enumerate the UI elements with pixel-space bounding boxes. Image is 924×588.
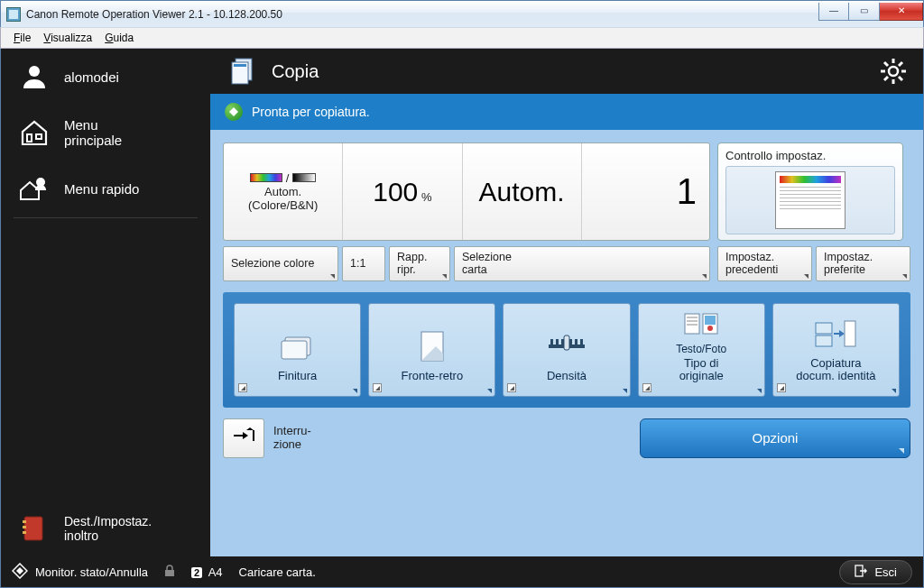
- user-icon: [19, 61, 50, 92]
- interrupt-button[interactable]: [223, 418, 264, 458]
- svg-rect-31: [580, 339, 583, 345]
- svg-line-20: [884, 77, 888, 80]
- density-icon: [545, 328, 588, 364]
- maximize-button[interactable]: ▭: [849, 3, 880, 21]
- lock-icon: [164, 565, 175, 580]
- panel-title: Copia: [272, 61, 319, 82]
- summary-paper: Autom.: [463, 143, 582, 240]
- minimize-button[interactable]: —: [818, 3, 849, 21]
- one-to-one-button[interactable]: 1:1: [342, 246, 385, 281]
- copy-ratio-button[interactable]: Rapp.ripr.: [389, 246, 450, 281]
- svg-rect-6: [23, 520, 26, 523]
- sidebar-home-label: Menuprincipale: [64, 117, 122, 149]
- svg-marker-47: [16, 567, 23, 574]
- status-ok-icon: [225, 103, 243, 121]
- svg-line-17: [884, 62, 888, 66]
- svg-rect-11: [234, 64, 246, 67]
- settings-gear-icon[interactable]: [880, 58, 907, 85]
- settings-buttons-row: Selezione colore 1:1 Rapp.ripr. Selezion…: [223, 246, 710, 281]
- svg-marker-44: [243, 432, 248, 439]
- status-strip: Pronta per copiatura.: [210, 94, 923, 130]
- status-text: Pronta per copiatura.: [252, 105, 370, 119]
- window-title: Canon Remote Operation Viewer 2.1 - 10.1…: [26, 8, 282, 21]
- svg-rect-8: [23, 531, 26, 534]
- sidebar-user-label: alomodei: [64, 69, 119, 85]
- grayscale-icon: [292, 173, 316, 182]
- svg-rect-40: [816, 323, 832, 334]
- svg-rect-32: [564, 335, 569, 350]
- svg-rect-38: [705, 316, 716, 325]
- summary-ratio: 100 %: [343, 143, 462, 240]
- sidebar-forward-settings[interactable]: Dest./Impostaz.inoltro: [1, 501, 210, 556]
- sidebar-home[interactable]: Menuprincipale: [1, 105, 210, 161]
- svg-marker-42: [839, 330, 845, 337]
- sidebar: alomodei Menuprincipale Menu rapido Dest…: [1, 49, 210, 556]
- svg-point-39: [707, 326, 713, 331]
- summary-color: / Autom. (Colore/B&N): [224, 143, 343, 240]
- window-buttons: — ▭ ✕: [818, 7, 923, 21]
- tile-duplex[interactable]: Fronte-retro: [368, 303, 495, 397]
- tile-density[interactable]: Densità: [503, 303, 630, 397]
- favorite-settings-button[interactable]: Impostaz.preferite: [816, 246, 910, 281]
- svg-rect-7: [23, 526, 26, 528]
- svg-point-0: [29, 66, 40, 77]
- menu-help[interactable]: GuidaGuida: [105, 32, 134, 44]
- exit-icon: [855, 565, 867, 580]
- app-icon: [6, 7, 21, 22]
- settings-preview: [725, 166, 895, 234]
- svg-marker-21: [229, 107, 238, 116]
- quick-menu-icon: [19, 174, 50, 205]
- paper-indicator: 2 A4: [191, 565, 223, 579]
- svg-rect-26: [550, 339, 553, 345]
- feature-tiles: Finitura Fronte-retro Densità: [223, 292, 910, 408]
- svg-rect-27: [556, 339, 559, 345]
- svg-rect-48: [165, 570, 174, 576]
- load-paper-message: Caricare carta.: [239, 565, 316, 579]
- menubar: FFileile VisualizzaVisualizza GuidaGuida: [0, 27, 924, 49]
- interrupt-icon: [232, 427, 255, 448]
- svg-rect-2: [36, 134, 42, 139]
- sidebar-quick-menu[interactable]: Menu rapido: [1, 161, 210, 217]
- duplex-icon: [411, 328, 454, 364]
- select-paper-button[interactable]: Selezionecarta: [454, 246, 710, 281]
- preview-page-icon: [775, 171, 845, 229]
- svg-rect-30: [575, 339, 578, 345]
- options-button[interactable]: Opzioni: [640, 418, 910, 458]
- client-area: alomodei Menuprincipale Menu rapido Dest…: [0, 49, 924, 588]
- copy-summary: / Autom. (Colore/B&N) 100 % Autom. 1: [223, 142, 710, 241]
- window-titlebar: Canon Remote Operation Viewer 2.1 - 10.1…: [0, 0, 924, 27]
- finishing-icon: [276, 328, 319, 364]
- svg-rect-1: [27, 134, 32, 142]
- check-settings-label: Controllo impostaz.: [725, 149, 826, 162]
- menu-file[interactable]: FFileile: [14, 32, 31, 44]
- select-color-button[interactable]: Selezione colore: [223, 246, 338, 281]
- check-settings-button[interactable]: Controllo impostaz.: [717, 142, 903, 241]
- menu-view[interactable]: VisualizzaVisualizza: [43, 32, 92, 44]
- original-type-icon: [679, 312, 723, 337]
- copy-icon: [226, 55, 259, 87]
- summary-copies: 1: [582, 143, 709, 240]
- panel-header: Copia: [210, 49, 923, 94]
- svg-marker-45: [246, 427, 254, 430]
- svg-rect-33: [685, 314, 699, 334]
- sidebar-quick-label: Menu rapido: [64, 181, 139, 197]
- svg-line-18: [899, 77, 902, 80]
- tile-id-copy[interactable]: Copiaturadocum. identità: [772, 303, 900, 397]
- previous-settings-button[interactable]: Impostaz.precedenti: [717, 246, 812, 281]
- monitor-icon: [12, 563, 28, 582]
- exit-button[interactable]: Esci: [839, 560, 912, 584]
- interrupt-group: Interru-zione: [223, 418, 311, 458]
- sidebar-forward-label: Dest./Impostaz.inoltro: [64, 514, 152, 543]
- work-area: / Autom. (Colore/B&N) 100 % Autom. 1: [210, 130, 923, 556]
- close-button[interactable]: ✕: [880, 3, 923, 21]
- interrupt-label: Interru-zione: [273, 425, 311, 451]
- sidebar-user[interactable]: alomodei: [1, 49, 210, 105]
- address-book-icon: [19, 513, 50, 544]
- footer: Monitor. stato/Annulla 2 A4 Caricare car…: [1, 556, 923, 587]
- main-panel: Copia Pronta per copiatura. / Autom.: [210, 49, 923, 556]
- svg-rect-23: [282, 341, 307, 359]
- tile-original-type[interactable]: Testo/Foto Tipo dioriginale: [638, 303, 765, 397]
- tile-finishing[interactable]: Finitura: [234, 303, 361, 397]
- monitor-status-button[interactable]: Monitor. stato/Annulla: [12, 563, 148, 582]
- svg-rect-4: [24, 517, 42, 540]
